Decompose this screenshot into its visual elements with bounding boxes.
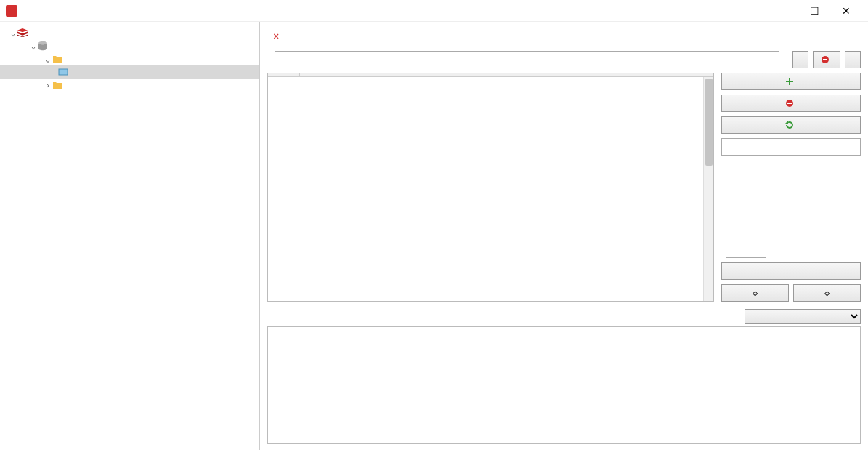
- svg-rect-7: [787, 103, 792, 104]
- server-item-active[interactable]: ⌄: [0, 26, 259, 39]
- caret-down-icon: ⌄: [29, 42, 38, 50]
- minus-icon: [821, 55, 830, 64]
- rows-table[interactable]: [267, 73, 714, 302]
- th-value: [300, 73, 713, 76]
- app-logo-icon: [6, 5, 17, 17]
- delete-button[interactable]: [813, 51, 840, 68]
- folder-icon: [52, 54, 62, 64]
- key-icon: [58, 67, 68, 77]
- caret-right-icon: ›: [44, 81, 52, 89]
- page-input[interactable]: [726, 244, 766, 258]
- caret-down-icon: ⌄: [44, 55, 52, 63]
- scrollbar[interactable]: [703, 77, 713, 301]
- folder-item-queues[interactable]: ⌄: [0, 52, 259, 65]
- refresh-icon: [785, 121, 794, 129]
- add-row-button[interactable]: [721, 73, 861, 90]
- connection-tree[interactable]: ⌄ ⌄ ⌄ ›: [0, 22, 260, 450]
- caret-down-icon: ⌄: [9, 29, 17, 37]
- window-minimize-button[interactable]: —: [766, 1, 798, 21]
- db-item-expanded[interactable]: ⌄: [0, 39, 259, 52]
- svg-rect-5: [786, 81, 793, 82]
- value-body[interactable]: [267, 326, 861, 444]
- database-icon: [38, 41, 48, 51]
- rename-button[interactable]: [792, 51, 808, 68]
- window-maximize-button[interactable]: ☐: [798, 1, 830, 21]
- delete-row-button[interactable]: [721, 95, 861, 112]
- svg-rect-3: [823, 59, 827, 60]
- scrollbar-thumb[interactable]: [705, 79, 713, 166]
- set-ttl-button[interactable]: [845, 51, 861, 68]
- tab-bar: ✕: [267, 28, 861, 44]
- folder-item-sns[interactable]: ›: [0, 79, 259, 92]
- key-name-input[interactable]: [275, 51, 779, 68]
- server-icon: [17, 28, 28, 37]
- svg-rect-1: [59, 69, 68, 75]
- set-page-button[interactable]: [721, 262, 861, 280]
- th-row: [268, 73, 300, 76]
- prev-page-button[interactable]: ◇: [721, 284, 789, 302]
- tab-key[interactable]: ✕: [267, 30, 279, 41]
- key-item-selected[interactable]: [0, 65, 259, 79]
- folder-icon: [52, 80, 62, 90]
- window-titlebar: — ☐ ✕: [0, 0, 868, 22]
- reload-value-button[interactable]: [721, 116, 861, 134]
- next-page-button[interactable]: ◇: [793, 284, 861, 302]
- view-as-select[interactable]: [745, 309, 861, 324]
- minus-icon: [785, 99, 794, 108]
- plus-icon: [785, 77, 794, 86]
- window-close-button[interactable]: ✕: [830, 1, 862, 21]
- svg-point-0: [38, 41, 47, 44]
- tab-close-icon[interactable]: ✕: [273, 30, 279, 41]
- search-input[interactable]: [721, 138, 861, 156]
